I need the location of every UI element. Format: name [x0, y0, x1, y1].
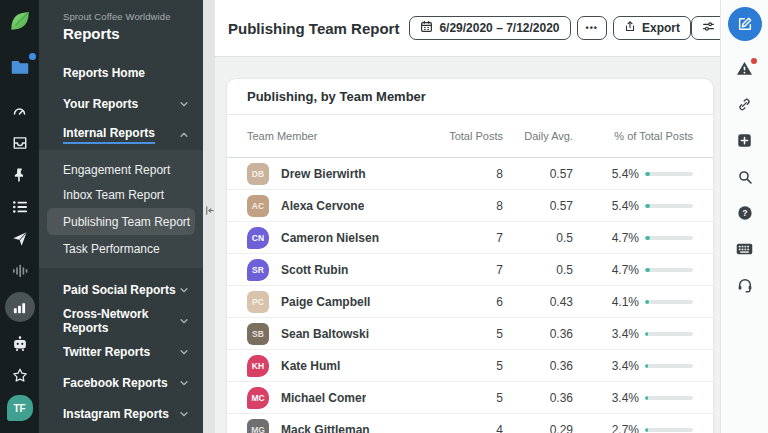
pct-total-posts-cell: 3.4% [573, 391, 693, 405]
pct-bar [645, 428, 693, 432]
sidebar-item-internal-reports[interactable]: Internal Reports [39, 119, 203, 150]
sidebar-item-paid-social-reports[interactable]: Paid Social Reports [39, 274, 203, 305]
team-member-name: Scott Rubin [281, 263, 348, 277]
table-row[interactable]: CNCameron Nielsen70.54.7% [227, 222, 713, 254]
calendar-icon [420, 20, 433, 36]
column-header-total-posts: Total Posts [423, 130, 503, 142]
table-row[interactable]: MCMichael Comer50.363.4% [227, 382, 713, 414]
pct-value: 3.4% [612, 327, 639, 341]
sidebar-item-task-performance[interactable]: Task Performance [39, 236, 203, 261]
pct-total-posts-cell: 2.7% [573, 423, 693, 433]
table-row[interactable]: DBDrew Bierwirth80.575.4% [227, 158, 713, 190]
link-icon[interactable] [737, 96, 752, 113]
team-member-name: Cameron Nielsen [281, 231, 379, 245]
reports-chart-icon[interactable] [5, 292, 35, 322]
sidebar-item-cross-network-reports[interactable]: Cross-Network Reports [39, 305, 203, 336]
daily-avg-value: 0.29 [503, 423, 573, 433]
listening-wave-icon[interactable] [12, 263, 28, 279]
search-icon[interactable] [737, 168, 753, 185]
avatar: MG [247, 419, 269, 433]
avatar: DB [247, 163, 269, 185]
feeds-list-icon[interactable] [12, 199, 28, 215]
compose-button[interactable] [728, 7, 762, 41]
pin-icon[interactable] [13, 167, 26, 183]
page-title: Publishing Team Report [228, 20, 399, 37]
total-posts-value: 7 [423, 231, 503, 245]
sidebar-item-inbox-team-report[interactable]: Inbox Team Report [39, 182, 203, 207]
help-icon[interactable]: ? [737, 204, 753, 221]
column-header-pct-total-posts: % of Total Posts [573, 130, 693, 142]
team-member-cell: PCPaige Campbell [247, 291, 423, 313]
sprout-logo-icon[interactable] [7, 8, 33, 38]
more-options-button[interactable]: ••• [577, 16, 607, 40]
collapse-sidebar-icon[interactable] [203, 205, 215, 216]
daily-avg-value: 0.57 [503, 199, 573, 213]
pct-total-posts-cell: 4.7% [573, 231, 693, 245]
team-member-cell: CNCameron Nielsen [247, 227, 423, 249]
report-sections: Paid Social Reports Cross-Network Report… [39, 274, 203, 429]
keyboard-shortcuts-icon[interactable] [736, 240, 753, 257]
report-header: Publishing Team Report 6/29/2020 – 7/12/… [215, 0, 720, 57]
team-member-name: Michael Comer [281, 391, 366, 405]
sidebar-item-publishing-team-report[interactable]: Publishing Team Report [47, 208, 195, 235]
pct-value: 3.4% [612, 391, 639, 405]
pct-bar [645, 268, 693, 272]
table-row[interactable]: MGMack Gittleman40.292.7% [227, 414, 713, 433]
avatar: SB [247, 323, 269, 345]
pct-bar [645, 396, 693, 400]
sidebar-item-engagement-report[interactable]: Engagement Report [39, 157, 203, 182]
sidebar-item-instagram-reports[interactable]: Instagram Reports [39, 398, 203, 429]
app-window: TF Sprout Coffee Worldwide Reports Repor… [0, 0, 768, 433]
filters-icon [702, 20, 715, 36]
avatar: KH [247, 355, 269, 377]
table-row[interactable]: SRScott Rubin70.54.7% [227, 254, 713, 286]
account-name: Sprout Coffee Worldwide [63, 11, 203, 22]
daily-avg-value: 0.5 [503, 231, 573, 245]
publishing-plane-icon[interactable] [12, 231, 28, 247]
total-posts-value: 5 [423, 359, 503, 373]
table-row[interactable]: ACAlexa Cervone80.575.4% [227, 190, 713, 222]
team-member-name: Alexa Cervone [281, 199, 364, 213]
avatar: MC [247, 387, 269, 409]
team-member-name: Kate Huml [281, 359, 340, 373]
table-row[interactable]: PCPaige Campbell60.434.1% [227, 286, 713, 318]
table-row[interactable]: KHKate Huml50.363.4% [227, 350, 713, 382]
total-posts-value: 8 [423, 199, 503, 213]
dashboard-gauge-icon[interactable] [12, 103, 27, 119]
chevron-down-icon [179, 285, 189, 295]
card-title: Publishing, by Team Member [227, 79, 713, 115]
bot-icon[interactable] [12, 335, 28, 351]
avatar: PC [247, 291, 269, 313]
total-posts-value: 5 [423, 391, 503, 405]
export-button[interactable]: Export [613, 16, 691, 40]
pct-value: 4.1% [612, 295, 639, 309]
sidebar-title: Reports [63, 25, 203, 42]
pct-bar [645, 236, 693, 240]
support-headset-icon[interactable] [737, 276, 753, 293]
sidebar-item-facebook-reports[interactable]: Facebook Reports [39, 367, 203, 398]
daily-avg-value: 0.36 [503, 359, 573, 373]
daily-avg-value: 0.57 [503, 167, 573, 181]
sidebar-item-reports-home[interactable]: Reports Home [39, 57, 203, 88]
date-range-button[interactable]: 6/29/2020 – 7/12/2020 [409, 16, 570, 40]
pct-total-posts-cell: 5.4% [573, 199, 693, 213]
sidebar-item-your-reports[interactable]: Your Reports [39, 88, 203, 119]
export-icon [624, 20, 636, 36]
table-row[interactable]: SBSean Baltowski50.363.4% [227, 318, 713, 350]
user-avatar[interactable]: TF [7, 395, 33, 421]
column-header-daily-avg: Daily Avg. [503, 130, 573, 142]
premier-star-icon[interactable] [12, 367, 28, 383]
table-body: DBDrew Bierwirth80.575.4%ACAlexa Cervone… [227, 158, 713, 433]
pct-value: 4.7% [612, 231, 639, 245]
alerts-icon[interactable] [736, 60, 753, 77]
chevron-down-icon [179, 316, 189, 326]
sidebar-item-twitter-reports[interactable]: Twitter Reports [39, 336, 203, 367]
inbox-tray-icon[interactable] [12, 135, 28, 151]
team-member-name: Paige Campbell [281, 295, 370, 309]
team-member-cell: SBSean Baltowski [247, 323, 423, 345]
sidebar-collapse-strip [203, 0, 215, 433]
pct-total-posts-cell: 4.1% [573, 295, 693, 309]
pct-bar [645, 172, 693, 176]
add-icon[interactable] [737, 132, 752, 149]
folders-icon[interactable] [8, 57, 32, 77]
